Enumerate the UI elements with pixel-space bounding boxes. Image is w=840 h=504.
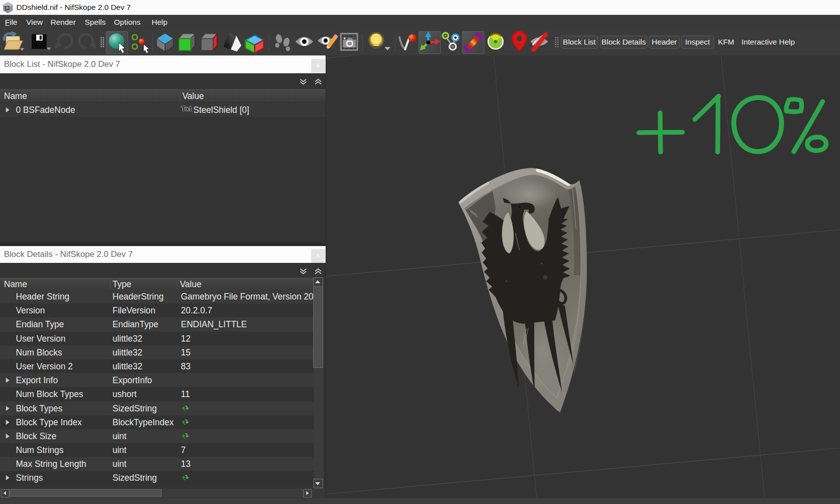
svg-text:KFM: KFM: [718, 38, 734, 46]
svg-text:Block Details: Block Details: [602, 38, 646, 46]
svg-text:Header: Header: [652, 38, 677, 46]
svg-text:Block List: Block List: [563, 38, 596, 46]
svg-text:Inspect: Inspect: [685, 38, 711, 46]
svg-text:Interactive Help: Interactive Help: [741, 38, 795, 46]
